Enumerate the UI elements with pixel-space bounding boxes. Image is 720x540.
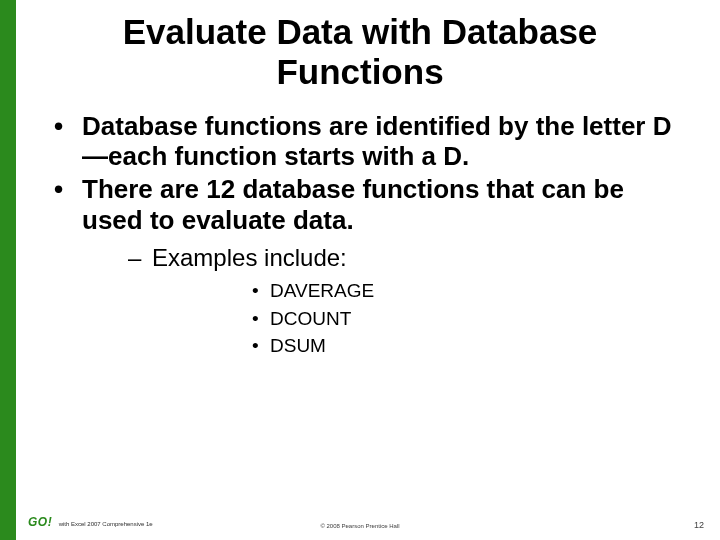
bullet-item: Database functions are identified by the… bbox=[40, 111, 680, 172]
sub-list: Examples include: DAVERAGE DCOUNT DSUM bbox=[82, 243, 680, 360]
example-item: DCOUNT bbox=[152, 305, 680, 333]
example-list: DAVERAGE DCOUNT DSUM bbox=[152, 277, 680, 360]
bullet-text: There are 12 database functions that can… bbox=[82, 174, 624, 235]
slide: Evaluate Data with Database Functions Da… bbox=[0, 0, 720, 540]
accent-bar bbox=[0, 0, 16, 540]
sub-text: Examples include: bbox=[152, 244, 347, 271]
example-item: DSUM bbox=[152, 332, 680, 360]
bullet-list: Database functions are identified by the… bbox=[40, 111, 680, 360]
page-number: 12 bbox=[694, 520, 704, 530]
sub-item: Examples include: DAVERAGE DCOUNT DSUM bbox=[82, 243, 680, 360]
slide-body: Database functions are identified by the… bbox=[0, 93, 720, 360]
slide-title: Evaluate Data with Database Functions bbox=[0, 0, 720, 93]
bullet-item: There are 12 database functions that can… bbox=[40, 174, 680, 360]
copyright-text: © 2008 Pearson Prentice Hall bbox=[0, 523, 720, 529]
footer: GO! with Excel 2007 Comprehensive 1e © 2… bbox=[0, 512, 720, 540]
example-item: DAVERAGE bbox=[152, 277, 680, 305]
